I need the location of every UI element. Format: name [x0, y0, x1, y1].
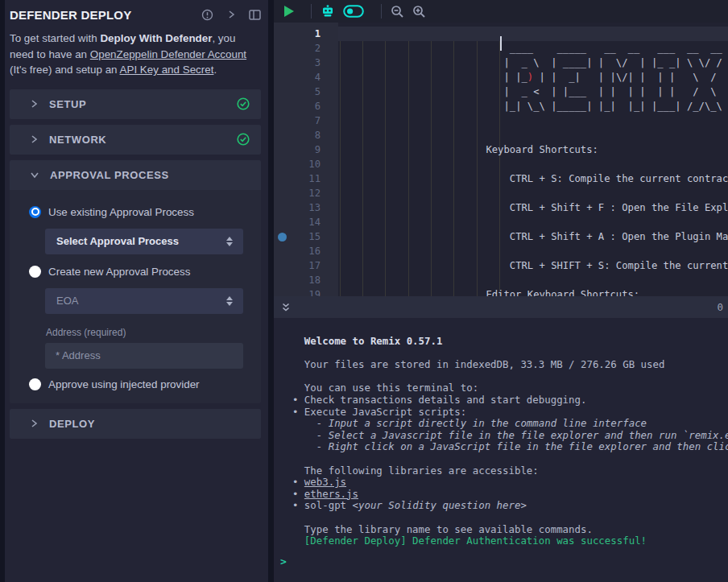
- gutter-line[interactable]: 17: [274, 258, 338, 273]
- gutter-line[interactable]: 6: [274, 99, 338, 114]
- gutter-line[interactable]: 9: [274, 142, 338, 157]
- zoom-out-icon: [391, 5, 404, 19]
- terminal-line: • Check transactions details and start d…: [274, 394, 728, 407]
- collapse-panel-chevron-icon[interactable]: [226, 10, 236, 19]
- text-cursor: [500, 36, 502, 51]
- address-input[interactable]: [45, 343, 243, 369]
- radio-unchecked-icon[interactable]: [29, 378, 41, 390]
- editor-line[interactable]: CTRL + Shift + F : Open the File Explore…: [338, 200, 728, 215]
- terminal-link[interactable]: ethers.js: [304, 488, 358, 500]
- section-network-label: NETWORK: [49, 134, 237, 146]
- gutter-line[interactable]: 5: [274, 85, 338, 99]
- panel-intro: To get started with Deploy With Defender…: [10, 31, 261, 78]
- panel-link[interactable]: API Key and Secret: [120, 64, 214, 76]
- editor-line[interactable]: [338, 114, 728, 128]
- gutter-line[interactable]: 4: [274, 70, 338, 85]
- terminal-line: The following libraries are accessible:: [274, 465, 728, 477]
- gutter-line[interactable]: 15: [274, 229, 338, 244]
- robot-icon: [321, 5, 335, 18]
- editor-line[interactable]: [338, 273, 728, 287]
- zoom-out-button[interactable]: [391, 5, 404, 19]
- editor-line[interactable]: ____ _____ __ __ ___ __ __: [338, 41, 728, 56]
- ai-copilot-toggle[interactable]: [343, 5, 364, 18]
- breakpoint-icon[interactable]: [278, 233, 287, 241]
- new-approval-type-select[interactable]: EOA: [45, 288, 243, 314]
- terminal-line: Welcome to Remix 0.57.1: [274, 336, 728, 348]
- gutter-line[interactable]: 18: [274, 273, 338, 287]
- zoom-in-button[interactable]: [412, 5, 426, 19]
- section-network-header[interactable]: NETWORK: [10, 125, 261, 155]
- defender-deploy-panel: DEFENDER DEPLOY To get started with Depl…: [5, 0, 268, 582]
- gutter-line[interactable]: 19: [274, 287, 338, 296]
- terminal-line: Your files are stored in indexedDB, 33.3…: [274, 359, 728, 371]
- terminal-line: [Defender Deploy] Defender Authenticatio…: [274, 535, 728, 547]
- terminal-link[interactable]: web3.js: [304, 476, 346, 488]
- terminal-line: - Right click on a JavaScript file in th…: [274, 441, 728, 453]
- radio-checked-icon[interactable]: [29, 206, 41, 218]
- gutter-line[interactable]: 12: [274, 186, 338, 200]
- editor-line[interactable]: [338, 244, 728, 258]
- terminal-line: • ethers.js: [274, 489, 728, 501]
- setup-complete-check-icon: [237, 97, 250, 110]
- editor-line[interactable]: [338, 157, 728, 171]
- new-approval-type-value: EOA: [56, 295, 226, 307]
- section-deploy-header[interactable]: DEPLOY: [10, 409, 261, 439]
- editor-line[interactable]: | _ \ | ____| | \/ | |_ _| \ \/ /: [338, 56, 728, 70]
- gutter-line[interactable]: 13: [274, 200, 338, 215]
- radio-approve-injected-provider[interactable]: Approve using injected provider: [10, 378, 261, 390]
- radio-use-existing-approval[interactable]: Use existing Approval Process: [10, 206, 261, 218]
- editor-line[interactable]: CTRL + SHIFT + S: Compile the current co…: [338, 258, 728, 273]
- ai-assistant-robot-button[interactable]: [321, 5, 335, 18]
- terminal-header: 0: [274, 296, 728, 318]
- code-editor[interactable]: 12345678910111213141516171819 ____ _____…: [274, 23, 728, 296]
- gutter-line[interactable]: 8: [274, 128, 338, 142]
- main-area: 12345678910111213141516171819 ____ _____…: [274, 0, 728, 582]
- terminal[interactable]: Welcome to Remix 0.57.1 Your files are s…: [274, 318, 728, 582]
- gutter-line[interactable]: 7: [274, 114, 338, 128]
- existing-approval-select[interactable]: Select Approval Process: [45, 229, 243, 254]
- editor-line[interactable]: |_| \_\ |_____| |_| |_| |___| /_/\_\: [338, 99, 728, 114]
- panel-header: DEFENDER DEPLOY: [10, 5, 261, 24]
- terminal-line: - Input a script directly in the command…: [274, 418, 728, 430]
- section-setup-header[interactable]: SETUP: [10, 89, 261, 119]
- editor-line[interactable]: CTRL + Shift + A : Open the Plugin Manag…: [338, 229, 728, 244]
- editor-line[interactable]: Editor Keyboard Shortcuts:: [338, 287, 728, 296]
- plugin-info-icon[interactable]: [201, 9, 213, 21]
- editor-gutter[interactable]: 12345678910111213141516171819: [274, 23, 338, 296]
- editor-line[interactable]: [338, 27, 728, 41]
- gutter-line[interactable]: 2: [274, 41, 338, 56]
- existing-approval-select-value: Select Approval Process: [56, 235, 226, 247]
- radio-create-new-approval[interactable]: Create new Approval Process: [10, 266, 261, 278]
- editor-line[interactable]: [338, 215, 728, 229]
- editor-line[interactable]: [338, 186, 728, 200]
- editor-line[interactable]: | |_) | | _| | |\/| | | | \ /: [338, 70, 728, 85]
- editor-line[interactable]: | _ < | |___ | | | | | | / \: [338, 85, 728, 99]
- gutter-line[interactable]: 1: [274, 27, 338, 41]
- editor-line[interactable]: CTRL + S: Compile the current contract: [338, 171, 728, 186]
- run-script-button[interactable]: [284, 6, 294, 17]
- gutter-line[interactable]: 11: [274, 171, 338, 186]
- radio-create-new-label: Create new Approval Process: [48, 266, 190, 278]
- terminal-collapse-button[interactable]: [280, 302, 292, 313]
- gutter-line[interactable]: 16: [274, 244, 338, 258]
- editor-line[interactable]: Keyboard Shortcuts:: [338, 142, 728, 157]
- terminal-line: • sol-gpt <your Solidity question here>: [274, 500, 728, 512]
- radio-unchecked-icon[interactable]: [29, 266, 41, 278]
- section-deploy-label: DEPLOY: [49, 418, 250, 430]
- address-field-label: Address (required): [46, 327, 261, 338]
- chevron-down-icon: [31, 171, 39, 179]
- terminal-prompt[interactable]: >: [274, 555, 728, 568]
- gutter-line[interactable]: 3: [274, 56, 338, 70]
- chevron-right-icon: [31, 419, 38, 427]
- panel-link[interactable]: OpenZeppelin Defender Account: [90, 48, 246, 60]
- split-panel-icon[interactable]: [249, 10, 261, 20]
- gutter-line[interactable]: 10: [274, 157, 338, 171]
- section-approval-header[interactable]: APPROVAL PROCESS: [10, 160, 261, 190]
- editor-line[interactable]: [338, 128, 728, 142]
- chevron-right-icon: [31, 100, 38, 108]
- section-approval-label: APPROVAL PROCESS: [50, 169, 250, 181]
- section-approval-process: APPROVAL PROCESS Use existing Approval P…: [10, 160, 261, 403]
- gutter-line[interactable]: 14: [274, 215, 338, 229]
- chevron-right-icon: [31, 135, 38, 143]
- editor-code[interactable]: ____ _____ __ __ ___ __ __ | _ \ | ____|…: [338, 23, 728, 296]
